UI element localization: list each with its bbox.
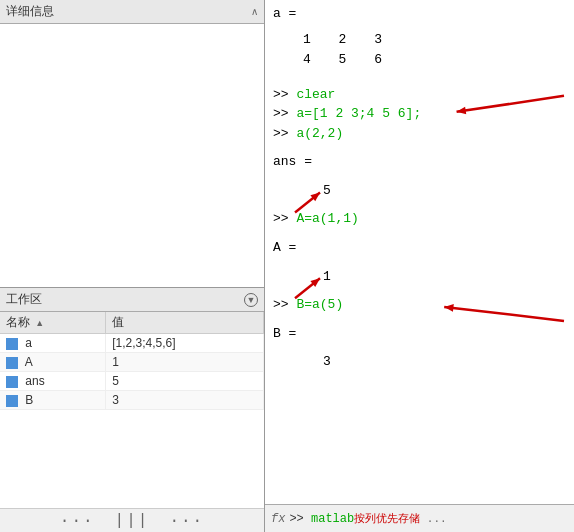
- var-value-cell: 1: [106, 353, 264, 372]
- cmd-line: >> a(2,2): [273, 124, 566, 144]
- cmd-line: 3: [323, 352, 566, 372]
- status-chinese-text: 按列优先存储: [354, 511, 420, 526]
- left-panel-bottom-bar: ··· ||| ···: [0, 508, 264, 532]
- table-row[interactable]: a [1,2,3;4,5,6]: [0, 334, 264, 353]
- cmd-matrix-row: 1 2 3: [303, 30, 566, 50]
- fx-label: fx: [271, 512, 285, 526]
- detail-content: [0, 24, 264, 287]
- status-extra: ...: [420, 513, 446, 525]
- detail-title: 详细信息: [6, 3, 54, 20]
- left-panel: 详细信息 ∧ 工作区 ▼ 名称 ▲ 值: [0, 0, 265, 532]
- cmd-line: [273, 286, 566, 295]
- cmd-line: [273, 229, 566, 238]
- var-name-cell: A: [0, 353, 106, 372]
- cmd-line: A =: [273, 238, 566, 258]
- cmd-matrix-row: 4 5 6: [303, 50, 566, 70]
- var-name-cell: a: [0, 334, 106, 353]
- var-value-cell: [1,2,3;4,5,6]: [106, 334, 264, 353]
- table-row[interactable]: A 1: [0, 353, 264, 372]
- cmd-line: [273, 200, 566, 209]
- table-row[interactable]: ans 5: [0, 372, 264, 391]
- status-prompt: >>: [289, 512, 311, 526]
- cmd-line: [273, 257, 566, 266]
- var-icon: [6, 338, 18, 350]
- cmd-line: [273, 343, 566, 352]
- table-row[interactable]: B 3: [0, 391, 264, 410]
- workspace-options-icon[interactable]: ▼: [244, 293, 258, 307]
- var-name: A: [25, 355, 33, 369]
- cmd-line: B =: [273, 324, 566, 344]
- var-value-cell: 5: [106, 372, 264, 391]
- var-name-cell: B: [0, 391, 106, 410]
- right-panel: a = 1 2 34 5 6 >> clear>> a=[1 2 3;4 5 6…: [265, 0, 574, 532]
- cmd-line: 5: [323, 181, 566, 201]
- cmd-line: >> clear: [273, 85, 566, 105]
- status-matlab-text: matlab: [311, 512, 354, 526]
- detail-section: 详细信息 ∧: [0, 0, 264, 288]
- var-name-cell: ans: [0, 372, 106, 391]
- var-icon: [6, 395, 18, 407]
- var-name: ans: [25, 374, 44, 388]
- workspace-table: 名称 ▲ 值 a [1,2,3;4,5,6] A 1: [0, 312, 264, 508]
- workspace-header: 工作区 ▼: [0, 288, 264, 312]
- detail-chevron-icon[interactable]: ∧: [251, 6, 258, 17]
- workspace-variable-table: 名称 ▲ 值 a [1,2,3;4,5,6] A 1: [0, 312, 264, 410]
- cmd-line: [273, 143, 566, 152]
- cmd-line: >> B=a(5): [273, 295, 566, 315]
- cmd-line: a =: [273, 4, 566, 24]
- var-value-cell: 3: [106, 391, 264, 410]
- col-header-value[interactable]: 值: [106, 312, 264, 334]
- cmd-content: a = 1 2 34 5 6 >> clear>> a=[1 2 3;4 5 6…: [273, 4, 566, 372]
- cmd-line: [273, 76, 566, 85]
- cmd-line: [273, 172, 566, 181]
- cmd-line: ans =: [273, 152, 566, 172]
- status-bar: fx >> matlab 按列优先存储 ...: [265, 504, 574, 532]
- cmd-line: 1: [323, 267, 566, 287]
- bottom-dots2: |||: [115, 512, 150, 530]
- cmd-line: >> A=a(1,1): [273, 209, 566, 229]
- var-name: a: [25, 336, 32, 350]
- workspace-section: 工作区 ▼ 名称 ▲ 值: [0, 288, 264, 508]
- sort-arrow-icon: ▲: [35, 318, 44, 328]
- bottom-dots: ···: [60, 512, 95, 530]
- bottom-dots3: ···: [169, 512, 204, 530]
- var-icon: [6, 376, 18, 388]
- cmd-line: [273, 315, 566, 324]
- command-window[interactable]: a = 1 2 34 5 6 >> clear>> a=[1 2 3;4 5 6…: [265, 0, 574, 504]
- cmd-line: >> a=[1 2 3;4 5 6];: [273, 104, 566, 124]
- var-icon: [6, 357, 18, 369]
- detail-header: 详细信息 ∧: [0, 0, 264, 24]
- var-name: B: [25, 393, 33, 407]
- workspace-title: 工作区: [6, 291, 42, 308]
- col-header-name[interactable]: 名称 ▲: [0, 312, 106, 334]
